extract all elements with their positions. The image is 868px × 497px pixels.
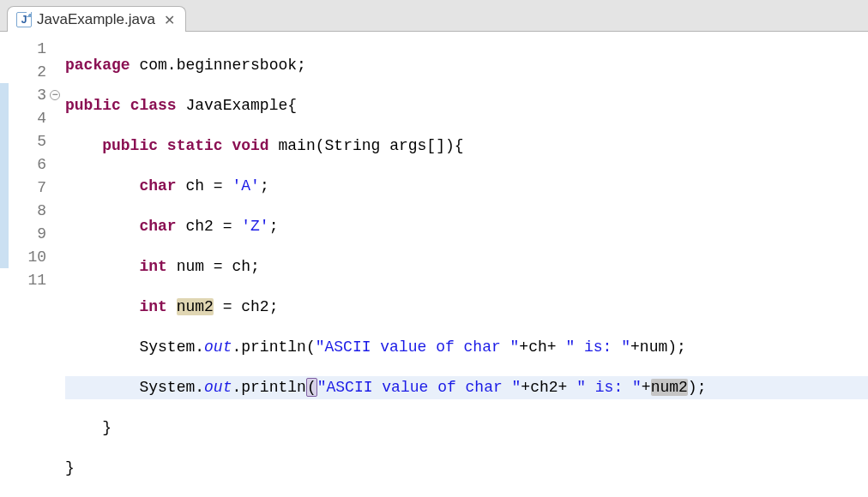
code-line: System.out.println("ASCII value of char … (65, 336, 868, 359)
close-icon[interactable]: ✕ (164, 12, 175, 28)
line-number: 11 (19, 272, 46, 289)
line-number: 4 (19, 110, 46, 127)
code-line: } (65, 457, 868, 480)
line-number: 7 (19, 179, 46, 196)
editor-tab-filename: JavaExample.java (37, 11, 155, 28)
highlighted-occurrence: num2 (651, 379, 688, 396)
line-number: 1 (19, 40, 46, 57)
line-number: 3 (19, 87, 46, 104)
line-number: 5 (19, 133, 46, 150)
code-line: public static void main(String args[]){ (65, 135, 868, 158)
highlighted-occurrence: num2 (177, 298, 214, 315)
code-line: char ch2 = 'Z'; (65, 215, 868, 238)
code-line-current: System.out.println("ASCII value of char … (65, 376, 868, 399)
code-line: int num2 = ch2; (65, 296, 868, 319)
code-line: int num = ch; (65, 255, 868, 278)
line-number: 6 (19, 156, 46, 173)
bracket-match: ( (306, 378, 317, 397)
line-number: 9 (19, 225, 46, 243)
line-number: 8 (19, 202, 46, 219)
code-content[interactable]: package com.beginnersbook; public class … (51, 32, 868, 497)
code-line: char ch = 'A'; (65, 175, 868, 198)
line-number: 10 (19, 248, 46, 266)
code-line: } (65, 416, 868, 440)
code-line: public class JavaExample{ (65, 94, 868, 117)
editor-tab-bar: J JavaExample.java ✕ (0, 0, 868, 32)
gutter: 1 2 3 − 4 5 6 7 8 9 10 11 (0, 32, 51, 497)
editor-tab-active[interactable]: J JavaExample.java ✕ (7, 6, 186, 32)
code-line: package com.beginnersbook; (65, 54, 868, 77)
line-number: 2 (19, 63, 46, 81)
java-file-icon: J (16, 12, 32, 27)
fold-collapse-icon[interactable]: − (50, 90, 60, 100)
code-editor[interactable]: 1 2 3 − 4 5 6 7 8 9 10 11 package com.be… (0, 32, 868, 497)
